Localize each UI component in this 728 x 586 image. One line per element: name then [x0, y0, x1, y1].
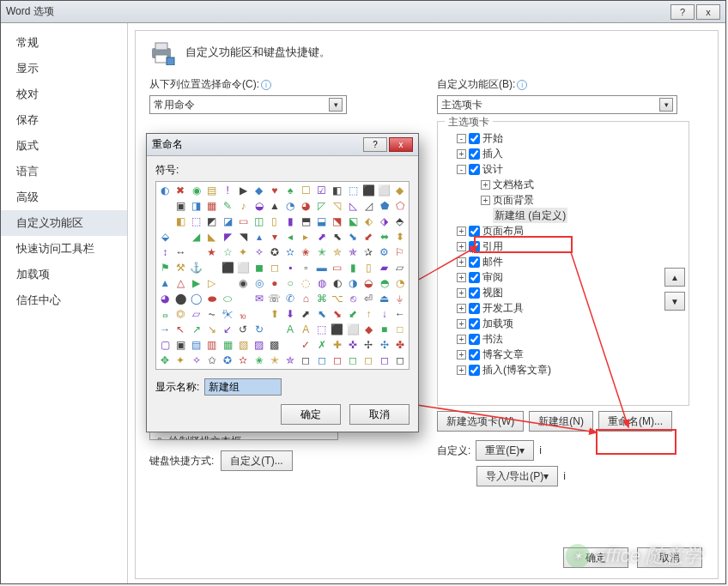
tree-checkbox[interactable]	[469, 365, 480, 376]
symbol-cell[interactable]: ✚	[330, 337, 345, 353]
symbol-cell[interactable]: ◔	[392, 275, 408, 291]
dialog-close-button[interactable]: x	[389, 137, 413, 152]
tree-node[interactable]: +书法	[445, 331, 682, 347]
symbol-cell[interactable]: ⎋	[345, 291, 361, 306]
symbol-cell[interactable]: ◫	[252, 214, 267, 229]
choose-commands-combo[interactable]: 常用命令 ▾	[149, 95, 347, 114]
expand-icon[interactable]: +	[457, 273, 466, 282]
symbol-cell[interactable]: □	[392, 322, 408, 337]
symbol-cell[interactable]	[157, 214, 173, 229]
symbol-cell[interactable]: ⏦	[204, 306, 220, 322]
sidebar-item[interactable]: 保存	[1, 107, 127, 133]
sidebar-item[interactable]: 快速访问工具栏	[1, 236, 127, 262]
symbol-cell[interactable]: ◆	[252, 183, 267, 198]
move-up-button[interactable]: ▲	[664, 268, 685, 287]
symbol-cell[interactable]: ⬜	[377, 183, 392, 198]
symbol-cell[interactable]	[157, 198, 173, 214]
symbol-cell[interactable]: ↕	[157, 245, 173, 260]
symbol-cell[interactable]: ⬙	[157, 229, 173, 245]
symbol-cell[interactable]: ⬬	[204, 291, 220, 306]
symbol-cell[interactable]: ◎	[252, 275, 267, 291]
expand-icon[interactable]: +	[457, 288, 466, 298]
symbol-cell[interactable]: ✩	[204, 353, 220, 368]
symbol-cell[interactable]: ⬆	[267, 306, 282, 322]
symbol-cell[interactable]: ▫	[298, 260, 313, 275]
tree-node[interactable]: +开发工具	[445, 300, 682, 316]
tree-node[interactable]: +加载项	[445, 316, 682, 331]
symbol-cell[interactable]: ⬊	[345, 229, 361, 245]
symbol-cell[interactable]: ⏚	[392, 291, 408, 306]
symbol-cell[interactable]: ◒	[361, 275, 376, 291]
symbol-cell[interactable]: ◪	[220, 214, 235, 229]
list-item[interactable]: ▯绘制竖排文本框	[154, 434, 334, 440]
symbol-cell[interactable]: ⬇	[282, 306, 298, 322]
tree-node[interactable]: -开始	[445, 130, 682, 146]
symbol-cell[interactable]: ✥	[157, 353, 173, 368]
symbol-cell[interactable]: ✗	[314, 337, 330, 353]
symbol-cell[interactable]: ✧	[252, 245, 267, 260]
symbol-grid[interactable]: ◐✖◉▤!▶◆♥♠☐☑◧⬚⬛⬜◆ ▣◨▦✎♪◒▲◔◕◸◹◺◿⬟⬠ ◧⬚◩◪▭◫▯…	[155, 181, 410, 370]
help-button[interactable]: ?	[670, 4, 695, 20]
symbol-cell[interactable]: ✫	[235, 353, 251, 368]
symbol-cell[interactable]: ▪	[282, 260, 298, 275]
symbol-cell[interactable]: ↖	[173, 322, 188, 337]
import-export-button[interactable]: 导入/导出(P) ▾	[476, 466, 558, 486]
expand-icon[interactable]: +	[457, 227, 466, 236]
symbol-cell[interactable]: ◻	[377, 353, 392, 368]
symbol-cell[interactable]: ↗	[189, 322, 204, 337]
symbol-cell[interactable]: ↺	[235, 322, 251, 337]
symbol-cell[interactable]: ▨	[252, 337, 267, 353]
symbol-cell[interactable]	[189, 245, 204, 260]
symbol-cell[interactable]: ⏏	[377, 291, 392, 306]
symbol-cell[interactable]: ☏	[267, 291, 282, 306]
tree-node[interactable]: +邮件	[445, 254, 682, 269]
symbol-cell[interactable]: ◻	[267, 260, 282, 275]
symbol-cell[interactable]: ♠	[282, 183, 298, 198]
expand-icon[interactable]: +	[457, 242, 466, 251]
symbol-cell[interactable]: ◯	[189, 291, 204, 306]
expand-icon[interactable]: +	[457, 257, 466, 267]
info-icon[interactable]: i	[517, 80, 527, 90]
expand-icon[interactable]: -	[457, 134, 466, 143]
symbol-cell[interactable]: ▮	[345, 260, 361, 275]
tree-checkbox[interactable]	[469, 272, 480, 283]
sidebar-item[interactable]: 加载项	[1, 262, 127, 287]
tree-checkbox[interactable]	[469, 133, 480, 144]
symbol-cell[interactable]: A	[298, 322, 313, 337]
symbol-cell[interactable]: ◉	[235, 275, 251, 291]
move-down-button[interactable]: ▼	[664, 292, 685, 311]
symbol-cell[interactable]: ◢	[189, 229, 204, 245]
symbol-cell[interactable]: ▲	[267, 198, 282, 214]
symbol-cell[interactable]: ⬋	[345, 306, 361, 322]
symbol-cell[interactable]: ⬉	[330, 229, 345, 245]
symbol-cell[interactable]: ◸	[314, 198, 330, 214]
tree-node[interactable]: +插入(博客文章)	[445, 362, 682, 378]
expand-icon[interactable]: +	[457, 365, 466, 375]
symbol-cell[interactable]: ⬜	[345, 322, 361, 337]
symbol-cell[interactable]: ◕	[298, 198, 313, 214]
symbol-cell[interactable]: ⬤	[173, 291, 188, 306]
symbol-cell[interactable]: ◻	[314, 353, 330, 368]
symbol-cell[interactable]	[220, 275, 235, 291]
symbol-cell[interactable]: ⬗	[377, 214, 392, 229]
symbol-cell[interactable]: ⬈	[298, 306, 313, 322]
symbol-cell[interactable]: ✫	[282, 245, 298, 260]
ribbon-tree[interactable]: -开始+插入-设计+文档格式+页面背景新建组 (自定义)+页面布局+引用+邮件+…	[441, 125, 685, 400]
expand-icon[interactable]: +	[481, 196, 490, 205]
symbol-cell[interactable]: ⏎	[361, 291, 376, 306]
new-tab-button[interactable]: 新建选项卡(W)	[437, 411, 524, 432]
tree-node[interactable]: +插入	[445, 146, 682, 161]
symbol-cell[interactable]: ✪	[220, 353, 235, 368]
symbol-cell[interactable]: ✦	[173, 353, 188, 368]
symbol-cell[interactable]: ←	[392, 306, 408, 322]
dialog-ok-button[interactable]: 确定	[281, 404, 341, 425]
customize-ribbon-combo[interactable]: 主选项卡 ▾	[437, 95, 677, 114]
close-button[interactable]: x	[696, 4, 720, 20]
symbol-cell[interactable]: ☆	[220, 245, 235, 260]
symbol-cell[interactable]: ◕	[157, 291, 173, 306]
symbol-cell[interactable]: ✬	[252, 353, 267, 368]
symbol-cell[interactable]: ⬚	[345, 183, 361, 198]
symbol-cell[interactable]	[252, 306, 267, 322]
symbol-cell[interactable]: ▢	[157, 337, 173, 353]
symbol-cell[interactable]: ⬓	[314, 214, 330, 229]
